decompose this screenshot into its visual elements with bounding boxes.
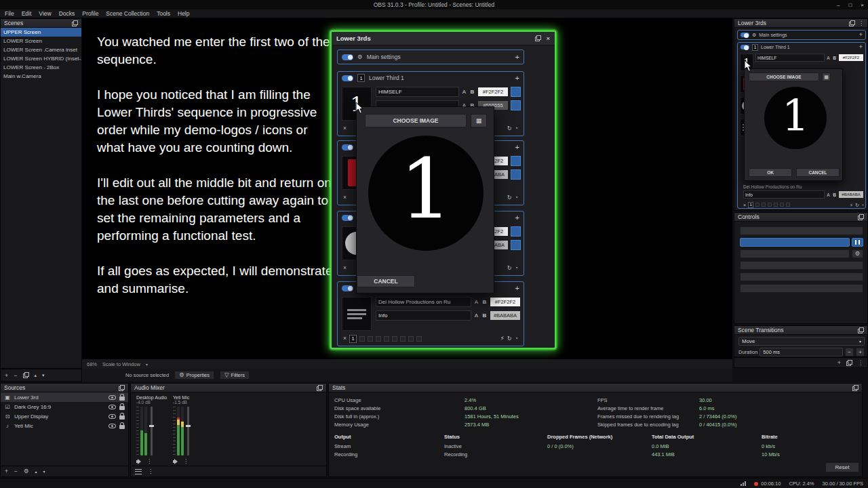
move-up-icon[interactable]: ▴ — [35, 470, 37, 474]
source-item[interactable]: ☑ Dark Grey 16:9 — [1, 402, 128, 411]
remove-source-icon[interactable]: − — [14, 468, 18, 474]
start-streaming-button[interactable] — [740, 226, 863, 235]
filters-button[interactable]: ▽Filters — [220, 371, 250, 380]
lock-icon[interactable] — [119, 406, 125, 410]
text-input[interactable]: HIMSELF — [755, 54, 825, 62]
refresh-icon[interactable]: ↻ — [507, 195, 512, 201]
image-thumbnail[interactable] — [342, 297, 372, 331]
color-picker-chip[interactable] — [511, 169, 521, 180]
duration-input[interactable]: 500 ms — [760, 348, 843, 357]
visibility-eye-icon[interactable] — [108, 405, 116, 409]
minimize-icon[interactable]: – — [837, 2, 840, 8]
dock-menu-icon[interactable]: ⋮ — [859, 20, 864, 26]
frame-slot[interactable] — [768, 203, 772, 207]
gear-icon[interactable]: ⚙ — [752, 33, 756, 37]
section-toggle[interactable] — [342, 144, 353, 150]
frame-slot[interactable] — [780, 203, 784, 207]
frame-slot[interactable] — [359, 336, 365, 342]
font-icon[interactable]: A — [826, 56, 831, 60]
scene-item[interactable]: LOWER Screen — [1, 37, 81, 45]
section-toggle[interactable] — [741, 45, 749, 49]
dock-popout-icon[interactable] — [72, 20, 78, 26]
duration-decrement-button[interactable]: − — [845, 348, 854, 357]
menu-file[interactable]: File — [5, 10, 14, 17]
color-swatch[interactable]: #F2F2F2 — [477, 87, 509, 97]
bold-icon[interactable]: B — [481, 312, 488, 319]
close-icon[interactable]: × — [861, 2, 864, 8]
clock-icon[interactable]: ◔ — [515, 336, 518, 342]
move-down-icon[interactable]: ▾ — [43, 470, 45, 474]
clock-icon[interactable]: ◔ — [515, 195, 518, 201]
clock-icon[interactable]: ◔ — [515, 125, 518, 131]
scale-mode[interactable]: Scale to Window — [102, 361, 140, 367]
lock-icon[interactable] — [119, 425, 125, 429]
color-swatch[interactable]: #F2F2F2 — [490, 297, 521, 307]
visibility-eye-icon[interactable] — [108, 414, 116, 419]
dock-popout-icon[interactable] — [858, 327, 864, 333]
menu-scene-collection[interactable]: Scene Collection — [106, 10, 149, 17]
channel-menu-icon[interactable]: ⋮ — [146, 458, 152, 464]
menu-docks[interactable]: Docks — [59, 10, 75, 17]
text-input[interactable]: HIMSELF — [376, 87, 459, 97]
color-picker-chip[interactable] — [511, 226, 521, 237]
transition-select[interactable]: Move ▾ — [738, 337, 865, 346]
start-virtual-camera-button[interactable] — [740, 249, 850, 258]
font-icon[interactable]: A — [473, 312, 479, 319]
frame-slot[interactable] — [368, 336, 373, 342]
color-picker-chip[interactable] — [511, 100, 521, 110]
color-swatch[interactable]: #BABABA — [490, 310, 521, 321]
mixer-menu-icon[interactable]: ⋮ — [148, 468, 153, 474]
transition-properties-icon[interactable] — [846, 360, 852, 366]
properties-button[interactable]: ⚙Properties — [174, 371, 214, 380]
stop-recording-button[interactable] — [740, 238, 850, 247]
add-icon[interactable]: + — [515, 75, 519, 81]
lock-icon[interactable] — [119, 396, 125, 401]
move-up-icon[interactable]: ▴ — [35, 373, 37, 378]
close-icon[interactable]: × — [546, 35, 550, 42]
remove-scene-icon[interactable]: − — [14, 372, 17, 379]
bold-icon[interactable]: B — [832, 56, 837, 60]
clock-icon[interactable]: ◔ — [515, 265, 518, 271]
frame-slot[interactable] — [408, 336, 414, 342]
main-settings-toggle[interactable] — [741, 33, 749, 37]
speaker-icon[interactable] — [136, 459, 142, 464]
frame-slot[interactable] — [416, 336, 422, 342]
choose-image-button[interactable]: CHOOSE IMAGE — [749, 73, 819, 81]
maximize-icon[interactable]: □ — [848, 2, 852, 8]
move-down-icon[interactable]: ▾ — [42, 373, 45, 378]
settings-button[interactable] — [740, 272, 863, 281]
chevron-down-icon[interactable]: ▾ — [146, 362, 148, 367]
frame-slot[interactable] — [400, 336, 406, 342]
bold-icon[interactable]: B — [481, 299, 488, 305]
frame-slot[interactable] — [786, 203, 790, 207]
delete-icon[interactable]: × — [343, 265, 347, 271]
gear-icon[interactable]: ⚙ — [357, 54, 363, 60]
choose-image-button[interactable]: CHOOSE IMAGE — [365, 114, 467, 127]
add-icon[interactable]: + — [515, 54, 519, 60]
add-icon[interactable]: + — [515, 285, 519, 291]
pause-recording-button[interactable] — [852, 238, 863, 247]
add-icon[interactable]: + — [515, 215, 519, 221]
add-icon[interactable]: + — [859, 44, 863, 50]
font-icon[interactable]: A — [461, 89, 467, 95]
scene-item[interactable]: LOWER Screen - 2Box — [1, 63, 81, 72]
delete-icon[interactable]: × — [343, 336, 347, 342]
source-item[interactable]: ▣ Lower 3rd — [1, 392, 128, 402]
bold-icon[interactable]: B — [469, 89, 475, 95]
frame-slot[interactable] — [774, 203, 778, 207]
color-picker-chip[interactable] — [511, 240, 521, 250]
add-transition-icon[interactable]: + — [837, 359, 841, 366]
text-input[interactable]: Info — [376, 310, 471, 321]
menu-view[interactable]: View — [39, 10, 51, 17]
refresh-icon[interactable]: ↻ — [507, 125, 512, 131]
visibility-eye-icon[interactable] — [108, 424, 116, 428]
channel-menu-icon[interactable]: ⋮ — [183, 458, 189, 464]
refresh-icon[interactable]: ↻ — [507, 336, 512, 342]
clock-icon[interactable]: ◔ — [861, 203, 864, 207]
cancel-button[interactable]: CANCEL — [357, 275, 415, 287]
font-icon[interactable]: A — [826, 192, 831, 197]
volume-fader[interactable] — [151, 407, 153, 455]
cancel-button[interactable]: CANCEL — [796, 168, 840, 177]
exit-button[interactable] — [740, 284, 863, 293]
visibility-eye-icon[interactable] — [108, 395, 116, 400]
